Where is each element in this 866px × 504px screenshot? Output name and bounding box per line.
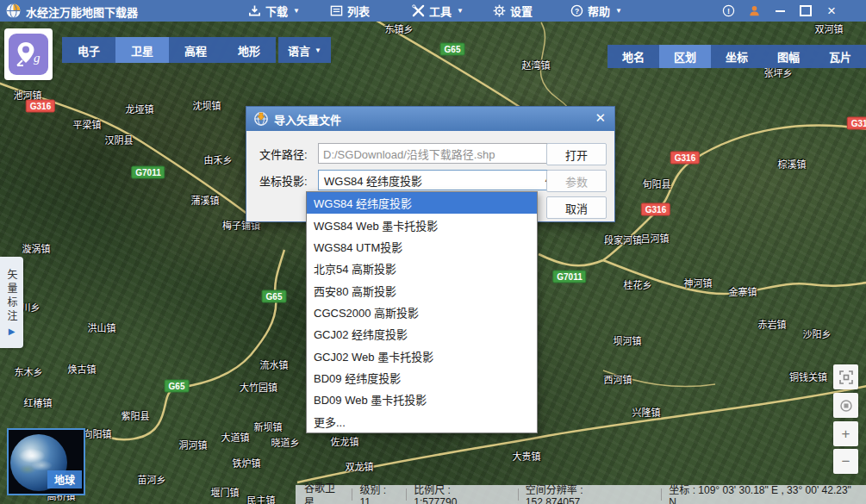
menu-help[interactable]: ? 帮助 ▼: [567, 0, 626, 22]
svg-text:?: ?: [575, 7, 579, 16]
locate-button[interactable]: [833, 393, 858, 418]
menu-help-label: 帮助: [588, 3, 610, 19]
title-bar: 水经注万能地图下载器 下载 ▼ 列表 工具 ▼: [0, 0, 866, 22]
chevron-down-icon: ▼: [615, 7, 622, 15]
info-icon: !: [722, 4, 735, 17]
dialog-titlebar[interactable]: 导入矢量文件 ✕: [246, 107, 614, 131]
download-icon: [248, 4, 261, 17]
menu-tools-label: 工具: [429, 3, 452, 19]
menu-tools[interactable]: 工具 ▼: [408, 0, 467, 22]
projection-option[interactable]: CGCS2000 高斯投影: [307, 302, 537, 323]
status-bar: 谷歌卫星 级别 : 11 比例尺 : 1:577790 空间分辨率 : 152.…: [296, 485, 866, 504]
projection-option[interactable]: 更多...: [307, 411, 537, 432]
maximize-button[interactable]: [794, 0, 817, 22]
tab-coordinates[interactable]: 坐标: [711, 45, 763, 68]
globe-label: 地球: [47, 470, 82, 488]
cancel-button[interactable]: 取消: [546, 196, 607, 219]
language-dropdown-button[interactable]: 语言 ▼: [278, 37, 331, 63]
resolution-label: 空间分辨率 : 152.874057: [526, 482, 639, 504]
about-button[interactable]: !: [717, 0, 739, 22]
locate-icon: [839, 399, 853, 413]
menu-list[interactable]: 列表: [327, 0, 373, 22]
vector-annotation-panel-toggle[interactable]: 矢量标注 ▶: [0, 257, 23, 348]
globe-view-thumbnail[interactable]: 地球: [7, 428, 85, 495]
zoom-level-label: 级别 : 11: [359, 482, 399, 504]
list-icon: [330, 4, 343, 17]
tab-map-sheets[interactable]: 图幅: [763, 45, 814, 68]
svg-text:g: g: [34, 51, 40, 65]
location-pin-icon: g: [9, 34, 48, 75]
divider: [661, 488, 662, 501]
projection-option[interactable]: WGS84 经纬度投影: [307, 192, 537, 214]
tab-electronic-map[interactable]: 电子: [62, 37, 115, 63]
tools-icon: [412, 4, 425, 17]
menu-settings-label: 设置: [510, 3, 533, 19]
open-button[interactable]: 打开: [546, 143, 607, 165]
divider: [352, 488, 352, 501]
map-type-tabs: 电子 卫星 高程 地形: [62, 37, 276, 63]
menu-download-label: 下载: [265, 3, 288, 19]
projection-option[interactable]: BD09 经纬度投影: [307, 367, 537, 389]
params-button[interactable]: 参数: [546, 170, 607, 192]
close-icon[interactable]: ✕: [595, 110, 606, 126]
projection-value: WGS84 经纬度投影: [324, 172, 422, 189]
projection-option[interactable]: BD09 Web 墨卡托投影: [307, 389, 537, 410]
tab-admin-regions[interactable]: 区划: [659, 45, 711, 68]
projection-option[interactable]: 北京54 高斯投影: [307, 258, 537, 279]
menu-settings[interactable]: 设置: [489, 0, 536, 22]
menu-download[interactable]: 下载 ▼: [245, 0, 303, 22]
chevron-down-icon: ▼: [293, 7, 300, 15]
close-icon: ×: [827, 3, 836, 20]
chevron-down-icon: ▼: [457, 7, 464, 15]
divider: [518, 488, 519, 501]
close-window-button[interactable]: ×: [820, 0, 843, 22]
minimize-icon: [776, 10, 785, 12]
language-label: 语言: [288, 42, 310, 59]
tab-terrain-map[interactable]: 地形: [222, 37, 276, 63]
help-icon: ?: [570, 4, 583, 17]
projection-combobox[interactable]: WGS84 经纬度投影 ▲: [318, 170, 556, 190]
dialog-title: 导入矢量文件: [274, 111, 341, 128]
user-icon: [748, 4, 761, 17]
chevron-down-icon: ▼: [315, 47, 321, 54]
chevron-right-icon: ▶: [9, 327, 16, 336]
divider: [406, 488, 407, 501]
tab-satellite-map[interactable]: 卫星: [115, 37, 169, 63]
svg-text:!: !: [727, 7, 730, 16]
file-path-input[interactable]: [318, 143, 551, 164]
menu-list-label: 列表: [347, 3, 370, 19]
overlay-tabs: 地名 区划 坐标 图幅 瓦片: [607, 45, 866, 68]
projection-option[interactable]: GCJ02 Web 墨卡托投影: [307, 345, 537, 367]
tab-place-names[interactable]: 地名: [607, 45, 659, 68]
vector-panel-label: 矢量标注: [4, 269, 19, 324]
app-logo-icon: [5, 3, 22, 19]
scale-label: 比例尺 : 1:577790: [414, 482, 495, 504]
projection-option[interactable]: 西安80 高斯投影: [307, 279, 537, 301]
app-title: 水经注万能地图下载器: [26, 3, 138, 20]
projection-option[interactable]: WGS84 UTM投影: [307, 236, 537, 258]
zoom-out-button[interactable]: −: [833, 449, 858, 474]
fullscreen-icon: [839, 370, 853, 384]
tab-elevation-map[interactable]: 高程: [169, 37, 222, 63]
tab-tiles[interactable]: 瓦片: [814, 45, 866, 68]
minimize-button[interactable]: [769, 0, 791, 22]
file-path-label: 文件路径:: [259, 146, 318, 162]
projection-option[interactable]: WGS84 Web 墨卡托投影: [307, 214, 537, 235]
projection-dropdown: WGS84 经纬度投影WGS84 Web 墨卡托投影WGS84 UTM投影北京5…: [306, 191, 538, 433]
map-source-label: 谷歌卫星: [304, 480, 345, 504]
import-vector-icon: [253, 111, 269, 127]
projection-label: 坐标投影:: [259, 172, 318, 189]
coordinates-label: 坐标 : 109° 03' 30.18" E , 33° 00' 42.23" …: [669, 482, 859, 504]
geo-tool-button[interactable]: g: [4, 28, 53, 80]
app-window: 东镇乡双河镇赵湾镇张坪乡池河镇龙垭镇沈坝镇平梁镇汉阴县由禾乡棕溪镇旬阳县蒲溪镇梅…: [0, 0, 866, 504]
user-account-button[interactable]: [743, 0, 765, 22]
zoom-in-button[interactable]: +: [833, 421, 858, 446]
gear-icon: [493, 4, 506, 17]
projection-option[interactable]: GCJ02 经纬度投影: [307, 323, 537, 345]
maximize-icon: [800, 5, 812, 16]
fullscreen-button[interactable]: [833, 364, 858, 389]
